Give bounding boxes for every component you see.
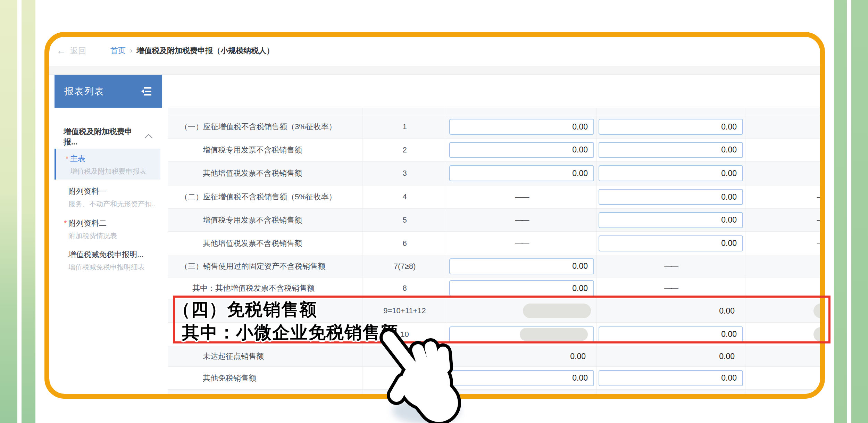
back-button[interactable]: 返回 xyxy=(70,45,86,56)
table-row: 未达起征点销售额0.000.00 xyxy=(168,346,825,367)
cell-input[interactable]: 0.00 xyxy=(599,189,743,205)
not-applicable-dash: —— xyxy=(447,216,596,225)
bg-stripe-left-outer xyxy=(0,0,17,423)
cell-input[interactable]: 0.00 xyxy=(599,370,743,386)
back-arrow-icon[interactable]: ← xyxy=(56,45,66,56)
table-row: 其他增值税发票不含税销售额6——0.00— xyxy=(168,232,825,255)
sidebar-item-appendix-1[interactable]: 附列资料一 服务、不动产和无形资产扣.. xyxy=(55,186,159,214)
breadcrumb-home-link[interactable]: 首页 xyxy=(110,45,126,56)
cell-input[interactable]: 0.00 xyxy=(599,142,743,158)
redacted-value xyxy=(520,328,588,341)
not-applicable-dash: — xyxy=(745,192,825,201)
row-label: （一）应征增值税不含税销售额（3%征收率） xyxy=(180,122,336,132)
required-marker: * xyxy=(64,154,70,163)
cell-input[interactable]: 0.00 xyxy=(599,119,743,135)
sidebar-item-appendix-2[interactable]: * 附列资料二 附加税费情况表 xyxy=(55,218,159,246)
cell-value: 0.00 xyxy=(721,373,737,383)
line-number: 5 xyxy=(402,216,407,225)
breadcrumb: ← 返回 首页 › 增值税及附加税费申报（小规模纳税人） xyxy=(49,44,820,57)
not-applicable-dash: — xyxy=(745,239,825,248)
sidebar-item-title: 附列资料一 xyxy=(68,186,107,197)
cell-value: 0.00 xyxy=(596,352,745,361)
breadcrumb-separator: › xyxy=(130,46,132,55)
cell-value: 0.00 xyxy=(721,145,737,155)
cell-value: 0.00 xyxy=(721,169,737,178)
cell-input[interactable]: 0.00 xyxy=(599,165,743,181)
table-row: （一）应征增值税不含税销售额（3%征收率）10.000.00 xyxy=(168,115,825,139)
toolbar-strip xyxy=(49,66,820,75)
line-number: 2 xyxy=(402,146,407,155)
row-label: 其中：其他增值税发票不含税销售额 xyxy=(192,283,315,293)
sidebar-header: 报表列表 xyxy=(55,75,162,108)
table-row: 其中：其他增值税发票不含税销售额80.00—— xyxy=(168,277,825,299)
cell-value: 0.00 xyxy=(721,239,737,248)
cell-input[interactable]: 0.00 xyxy=(449,119,594,135)
required-marker: * xyxy=(62,219,68,228)
cell-input[interactable]: 0.00 xyxy=(449,280,594,296)
cell-value: 0.00 xyxy=(447,352,596,361)
line-number: 7(7≥8) xyxy=(394,262,416,271)
vat-table-body: （一）应征增值税不含税销售额（3%征收率）10.000.00增值税专用发票不含税… xyxy=(168,108,825,399)
cell-value: 0.00 xyxy=(721,192,737,202)
cell-value: 0.00 xyxy=(572,284,588,293)
row-label: （三）销售使用过的固定资产不含税销售额 xyxy=(180,261,325,272)
table-row: 其他增值税发票不含税销售额30.000.00 xyxy=(168,161,825,185)
redacted-value xyxy=(813,327,825,342)
line-number: 3 xyxy=(402,169,407,178)
not-applicable-dash: —— xyxy=(447,192,596,201)
sidebar-title: 报表列表 xyxy=(64,85,140,98)
cell-input[interactable]: 0.00 xyxy=(449,165,594,181)
row-label: 增值税专用发票不含税销售额 xyxy=(203,215,302,225)
cell-input[interactable] xyxy=(449,326,594,342)
row-label: 其他增值税发票不含税销售额 xyxy=(203,168,302,179)
table-row: （五）出口免税销售额13(10.000.00 xyxy=(168,390,825,399)
sidebar-item-title: 增值税减免税申报明... xyxy=(68,249,143,260)
cell-value: 0.00 xyxy=(721,215,737,225)
sidebar-item-subtitle: 附加税费情况表 xyxy=(68,231,159,241)
sidebar-item-title: 附列资料二 xyxy=(68,218,107,229)
bg-stripe-right-inner xyxy=(834,0,847,423)
cell-input[interactable]: 0.00 xyxy=(599,212,743,228)
table-row: 其他免税销售额0.000.00 xyxy=(168,367,825,390)
table-row: （二）应征增值税不含税销售额（5%征收率）4——0.00— xyxy=(168,185,825,209)
table-row: （三）销售使用过的固定资产不含税销售额7(7≥8)0.00—— xyxy=(168,255,825,277)
cell-value: 0.00 xyxy=(572,169,588,178)
cell-input[interactable]: 0.00 xyxy=(449,142,594,158)
sidebar-item-tax-reduction[interactable]: 增值税减免税申报明... 增值税减免税申报明细表 xyxy=(55,249,159,277)
not-applicable-dash: — xyxy=(745,216,825,225)
bg-stripe-right-outer xyxy=(851,0,868,423)
not-applicable-dash: —— xyxy=(596,284,745,293)
row-label: （二）应征增值税不含税销售额（5%征收率） xyxy=(180,192,336,202)
bg-stripe-left-inner xyxy=(22,0,35,423)
row-label: 未达起征点销售额 xyxy=(203,351,264,362)
sidebar-item-subtitle: 增值税减免税申报明细表 xyxy=(68,263,159,272)
cell-value: 0.00 xyxy=(572,122,588,132)
line-number: 1 xyxy=(402,122,407,131)
row-label: 增值税专用发票不含税销售额 xyxy=(203,145,302,155)
not-applicable-dash: —— xyxy=(447,239,596,248)
collapse-sidebar-icon[interactable] xyxy=(140,86,153,97)
cell-value: 0.00 xyxy=(572,145,588,155)
annotation-small-micro-sales: 其中：小微企业免税销售额 xyxy=(182,321,399,344)
cell-input[interactable]: 0.00 xyxy=(599,326,743,342)
cell-input[interactable]: 0.00 xyxy=(449,258,594,274)
annotation-tax-free-sales: （四）免税销售额 xyxy=(173,298,317,321)
sidebar-group-header[interactable]: 增值税及附加税费申报... xyxy=(55,130,162,144)
sidebar-item-subtitle: 服务、不动产和无形资产扣.. xyxy=(68,199,159,209)
redacted-value xyxy=(523,304,591,318)
line-number: 9=10+11+12 xyxy=(383,306,426,315)
line-number: 6 xyxy=(402,239,407,248)
cell-input[interactable]: 0.00 xyxy=(599,235,743,251)
cell-value: 0.00 xyxy=(572,373,588,383)
row-label: （五）出口免税销售额 xyxy=(180,396,257,399)
cell-value: 0.00 xyxy=(596,306,745,316)
sidebar-item-main-form[interactable]: * 主表 增值税及附加税费申报表 xyxy=(55,149,160,180)
page-title: 增值税及附加税费申报（小规模纳税人） xyxy=(136,45,274,56)
hand-cursor-icon xyxy=(371,327,465,423)
sidebar-group-label: 增值税及附加税费申报... xyxy=(64,126,146,147)
table-row: 增值税专用发票不含税销售额5——0.00— xyxy=(168,209,825,232)
cell-value: 0.00 xyxy=(721,122,737,132)
cell-input[interactable]: 0.00 xyxy=(449,370,594,386)
redacted-value xyxy=(813,304,825,318)
cell-value: 0.00 xyxy=(596,397,745,399)
